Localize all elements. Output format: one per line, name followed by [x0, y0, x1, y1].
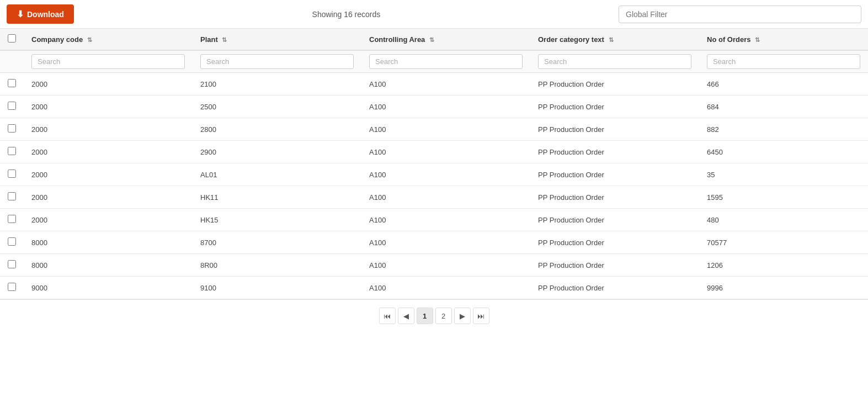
top-bar: ⬇ Download Showing 16 records	[0, 0, 868, 29]
select-all-header[interactable]	[0, 29, 24, 50]
sort-icon-plant: ⇅	[222, 36, 227, 44]
cell-plant: HK11	[193, 186, 361, 209]
cell-plant: 2500	[193, 96, 361, 118]
pagination-first-button[interactable]: ⏮	[379, 308, 396, 324]
row-checkbox-cell	[0, 277, 24, 299]
cell-company-code: 2000	[24, 186, 193, 209]
table-row: 80008R00A100PP Production Order1206	[0, 254, 868, 277]
row-checkbox-cell	[0, 186, 24, 209]
pagination-last-button[interactable]: ⏭	[473, 308, 489, 324]
cell-no-of-orders: 1595	[699, 186, 868, 209]
cell-controlling-area: A100	[361, 254, 530, 277]
col-header-order-category-text[interactable]: Order category text ⇅	[530, 29, 699, 50]
row-checkbox[interactable]	[8, 215, 16, 223]
cell-company-code: 8000	[24, 254, 193, 277]
cell-company-code: 8000	[24, 231, 193, 254]
table-body: 20002100A100PP Production Order466200025…	[0, 73, 868, 299]
col-header-company-code[interactable]: Company code ⇅	[24, 29, 193, 50]
row-checkbox[interactable]	[8, 102, 16, 110]
cell-no-of-orders: 480	[699, 209, 868, 231]
table-row: 20002800A100PP Production Order882	[0, 118, 868, 141]
download-label: Download	[27, 10, 64, 19]
cell-plant: 8R00	[193, 254, 361, 277]
sort-icon-company-code: ⇅	[87, 36, 92, 44]
cell-order-category-text: PP Production Order	[530, 186, 699, 209]
sort-icon-no-of-orders: ⇅	[755, 36, 760, 44]
cell-controlling-area: A100	[361, 277, 530, 299]
col-header-plant[interactable]: Plant ⇅	[193, 29, 361, 50]
row-checkbox[interactable]	[8, 192, 16, 200]
pagination-next-button[interactable]: ▶	[454, 308, 471, 324]
cell-order-category-text: PP Production Order	[530, 118, 699, 141]
select-all-checkbox[interactable]	[8, 34, 16, 43]
search-row	[0, 50, 868, 73]
row-checkbox[interactable]	[8, 79, 16, 87]
cell-controlling-area: A100	[361, 118, 530, 141]
cell-company-code: 2000	[24, 141, 193, 163]
download-button[interactable]: ⬇ Download	[7, 4, 74, 24]
row-checkbox[interactable]	[8, 237, 16, 246]
row-checkbox[interactable]	[8, 124, 16, 133]
cell-plant: HK15	[193, 209, 361, 231]
cell-controlling-area: A100	[361, 163, 530, 186]
row-checkbox[interactable]	[8, 283, 16, 291]
pagination-page-1-button[interactable]: 1	[417, 308, 433, 324]
table-row: 2000HK15A100PP Production Order480	[0, 209, 868, 231]
search-checkbox-cell	[0, 50, 24, 73]
row-checkbox[interactable]	[8, 170, 16, 178]
cell-company-code: 2000	[24, 209, 193, 231]
cell-no-of-orders: 684	[699, 96, 868, 118]
pagination-page-2-button[interactable]: 2	[435, 308, 452, 324]
cell-controlling-area: A100	[361, 141, 530, 163]
col-header-controlling-area[interactable]: Controlling Area ⇅	[361, 29, 530, 50]
cell-order-category-text: PP Production Order	[530, 209, 699, 231]
row-checkbox-cell	[0, 141, 24, 163]
download-icon: ⬇	[17, 9, 24, 19]
cell-controlling-area: A100	[361, 231, 530, 254]
search-company-code-input[interactable]	[31, 54, 185, 69]
cell-order-category-text: PP Production Order	[530, 254, 699, 277]
sort-icon-controlling-area: ⇅	[429, 36, 434, 44]
search-order-category-cell	[530, 50, 699, 73]
row-checkbox[interactable]	[8, 260, 16, 268]
search-plant-cell	[193, 50, 361, 73]
row-checkbox-cell	[0, 163, 24, 186]
cell-no-of-orders: 6450	[699, 141, 868, 163]
table-row: 80008700A100PP Production Order70577	[0, 231, 868, 254]
cell-controlling-area: A100	[361, 73, 530, 96]
pagination-prev-button[interactable]: ◀	[398, 308, 414, 324]
row-checkbox-cell	[0, 254, 24, 277]
cell-company-code: 2000	[24, 73, 193, 96]
cell-no-of-orders: 9996	[699, 277, 868, 299]
global-filter-input[interactable]	[619, 6, 861, 23]
search-order-category-input[interactable]	[538, 54, 691, 69]
table-row: 2000AL01A100PP Production Order35	[0, 163, 868, 186]
row-checkbox-cell	[0, 118, 24, 141]
row-checkbox-cell	[0, 209, 24, 231]
cell-plant: 2800	[193, 118, 361, 141]
cell-order-category-text: PP Production Order	[530, 96, 699, 118]
cell-company-code: 9000	[24, 277, 193, 299]
cell-order-category-text: PP Production Order	[530, 277, 699, 299]
search-plant-input[interactable]	[200, 54, 354, 69]
row-checkbox[interactable]	[8, 147, 16, 155]
cell-order-category-text: PP Production Order	[530, 141, 699, 163]
cell-no-of-orders: 70577	[699, 231, 868, 254]
cell-company-code: 2000	[24, 118, 193, 141]
cell-company-code: 2000	[24, 96, 193, 118]
cell-no-of-orders: 35	[699, 163, 868, 186]
search-no-of-orders-input[interactable]	[707, 54, 860, 69]
search-controlling-area-input[interactable]	[369, 54, 523, 69]
cell-order-category-text: PP Production Order	[530, 163, 699, 186]
cell-no-of-orders: 882	[699, 118, 868, 141]
sort-icon-order-category-text: ⇅	[609, 36, 614, 44]
table-row: 20002900A100PP Production Order6450	[0, 141, 868, 163]
search-no-of-orders-cell	[699, 50, 868, 73]
cell-plant: 2900	[193, 141, 361, 163]
cell-plant: 8700	[193, 231, 361, 254]
table-row: 20002100A100PP Production Order466	[0, 73, 868, 96]
cell-no-of-orders: 466	[699, 73, 868, 96]
row-checkbox-cell	[0, 96, 24, 118]
table-container: Company code ⇅ Plant ⇅ Controlling Area …	[0, 29, 868, 299]
col-header-no-of-orders[interactable]: No of Orders ⇅	[699, 29, 868, 50]
